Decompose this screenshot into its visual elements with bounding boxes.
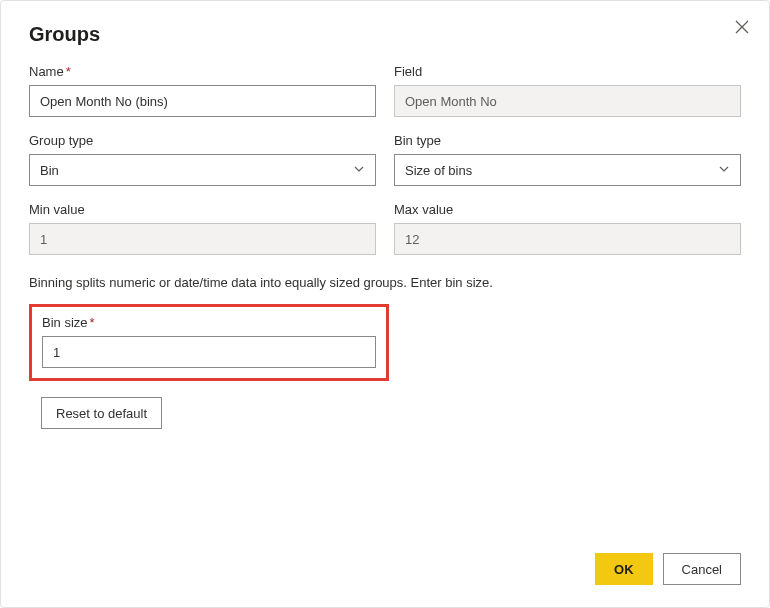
group-type-value: Bin <box>40 163 59 178</box>
chevron-down-icon <box>353 163 365 178</box>
bin-type-label: Bin type <box>394 133 741 148</box>
dialog-title: Groups <box>29 23 741 46</box>
group-type-select[interactable]: Bin <box>29 154 376 186</box>
bin-size-label: Bin size* <box>42 315 376 330</box>
close-icon <box>735 20 749 37</box>
field-label: Field <box>394 64 741 79</box>
binning-hint: Binning splits numeric or date/time data… <box>29 275 741 290</box>
name-label: Name* <box>29 64 376 79</box>
max-value-label: Max value <box>394 202 741 217</box>
dialog-footer: OK Cancel <box>595 553 741 585</box>
cancel-button[interactable]: Cancel <box>663 553 741 585</box>
reset-to-default-button[interactable]: Reset to default <box>41 397 162 429</box>
bin-size-highlight: Bin size* <box>29 304 389 381</box>
bin-type-select[interactable]: Size of bins <box>394 154 741 186</box>
bin-size-input[interactable] <box>42 336 376 368</box>
min-value: 1 <box>29 223 376 255</box>
ok-button[interactable]: OK <box>595 553 653 585</box>
close-button[interactable] <box>733 19 751 37</box>
form-area: Name* Field Open Month No Group type Bin… <box>1 54 769 429</box>
max-value: 12 <box>394 223 741 255</box>
chevron-down-icon <box>718 163 730 178</box>
bin-type-value: Size of bins <box>405 163 472 178</box>
required-indicator: * <box>66 64 71 79</box>
required-indicator: * <box>90 315 95 330</box>
dialog-header: Groups <box>1 1 769 54</box>
group-type-label: Group type <box>29 133 376 148</box>
min-value-label: Min value <box>29 202 376 217</box>
field-value: Open Month No <box>394 85 741 117</box>
name-input[interactable] <box>29 85 376 117</box>
